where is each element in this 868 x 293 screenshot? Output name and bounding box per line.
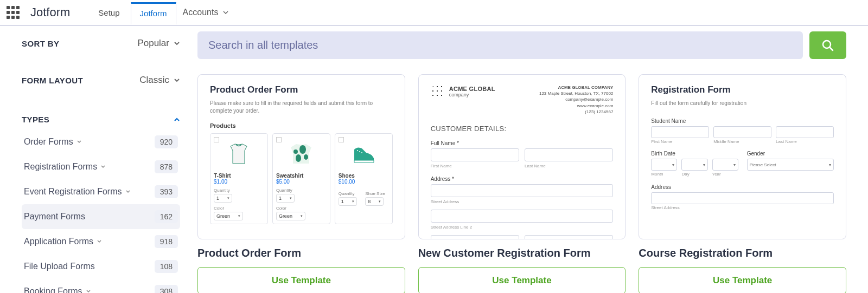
field-label: Quantity <box>276 188 327 193</box>
field-sublabel: Street Address <box>651 205 834 210</box>
section-title: CUSTOMER DETAILS: <box>431 125 614 133</box>
company-contact: ACME GLOBAL COMPANY 123 Maple Street, Ho… <box>539 84 613 115</box>
type-label: Registration Forms <box>24 162 97 172</box>
field-label: Shoe Size <box>365 191 388 196</box>
type-item[interactable]: Booking Forms308 <box>22 279 180 293</box>
tab-jotform[interactable]: Jotform <box>131 2 176 24</box>
search-icon <box>821 39 834 52</box>
apps-grid-icon[interactable] <box>7 6 20 19</box>
type-count: 308 <box>155 285 178 293</box>
sidebar: SORT BY Popular FORM LAYOUT Classic TYPE… <box>22 31 184 293</box>
type-count: 393 <box>155 185 178 198</box>
type-item[interactable]: Order Forms920 <box>22 129 180 154</box>
type-item[interactable]: Event Registration Forms393 <box>22 179 180 204</box>
template-preview[interactable]: Product Order Form Please make sure to f… <box>197 74 405 239</box>
company-sub: company <box>449 92 495 97</box>
quantity-select: 1▾ <box>214 194 232 203</box>
type-label: Payment Forms <box>24 212 85 222</box>
field-sublabel: First Name <box>431 164 519 168</box>
select-box: ▾ <box>651 159 677 171</box>
types-list: Order Forms920Registration Forms878Event… <box>22 129 180 293</box>
svg-point-3 <box>299 145 306 154</box>
checkbox-icon <box>214 137 219 142</box>
svg-point-8 <box>361 152 362 153</box>
type-item[interactable]: File Upload Forms108 <box>22 254 180 279</box>
input-box <box>651 126 709 138</box>
chevron-down-icon <box>100 164 106 170</box>
tab-accounts[interactable]: Accounts <box>178 1 234 24</box>
field-label: Quantity <box>214 188 264 193</box>
field-label: Address * <box>431 176 614 182</box>
tab-accounts-label: Accounts <box>183 8 219 17</box>
field-label: Full Name * <box>431 140 614 146</box>
template-card: Product Order Form Please make sure to f… <box>197 74 405 293</box>
nav-tabs: Setup Jotform Accounts <box>90 1 233 24</box>
input-box <box>651 192 834 204</box>
product-price: $1.00 <box>214 179 264 185</box>
layout-row: FORM LAYOUT Classic <box>22 68 180 92</box>
type-label: Order Forms <box>24 137 73 147</box>
search-row <box>197 31 846 59</box>
quantity-select: 1▾ <box>339 197 357 206</box>
color-select: Green▾ <box>214 212 243 220</box>
template-title: Product Order Form <box>197 247 405 259</box>
product-name: Sweatshirt <box>276 173 327 179</box>
tab-setup[interactable]: Setup <box>90 2 128 24</box>
field-sublabel: Day <box>681 172 707 177</box>
field-label: Color <box>276 206 327 211</box>
template-preview[interactable]: ACME GLOBAL company ACME GLOBAL COMPANY … <box>418 74 626 239</box>
template-preview[interactable]: Registration Form Fill out the form care… <box>639 74 846 239</box>
template-card: Registration Form Fill out the form care… <box>639 74 846 293</box>
use-template-button[interactable]: Use Template <box>639 267 846 293</box>
layout-value: Classic <box>139 75 169 86</box>
use-template-button[interactable]: Use Template <box>197 267 405 293</box>
type-label: Event Registration Forms <box>24 187 122 197</box>
input-box <box>713 126 771 138</box>
layout-label: FORM LAYOUT <box>22 76 83 85</box>
product-item: Shoes $10.00 Quantity 1▾ Shoe Size 8▾ <box>335 133 393 224</box>
type-count: 162 <box>155 210 178 223</box>
type-label: Application Forms <box>24 237 93 246</box>
input-box <box>431 148 519 161</box>
type-item[interactable]: Payment Forms162 <box>22 204 180 229</box>
chevron-down-icon <box>125 189 131 194</box>
chevron-down-icon <box>97 239 102 244</box>
brand-name: Jotform <box>30 5 70 19</box>
svg-line-1 <box>829 47 833 50</box>
field-sublabel: Street Address <box>431 199 614 204</box>
product-item: Sweatshirt $5.00 Quantity 1▾ Color Green… <box>272 133 330 224</box>
search-input[interactable] <box>197 31 803 59</box>
company-header: ACME GLOBAL company ACME GLOBAL COMPANY … <box>431 84 614 115</box>
types-header[interactable]: TYPES <box>22 105 180 129</box>
search-button[interactable] <box>809 31 846 59</box>
field-label: Birth Date <box>651 151 738 157</box>
product-name: T-Shirt <box>214 173 264 179</box>
company-name: ACME GLOBAL <box>449 86 495 92</box>
input-box <box>776 126 834 138</box>
type-item[interactable]: Registration Forms878 <box>22 154 180 179</box>
use-template-button[interactable]: Use Template <box>418 267 626 293</box>
preview-desc: Fill out the form carefully for registra… <box>651 100 834 107</box>
chevron-down-icon <box>174 40 180 47</box>
size-select: 8▾ <box>365 197 384 206</box>
type-count: 918 <box>155 235 178 248</box>
input-box <box>431 210 614 223</box>
field-label: Gender <box>747 151 834 157</box>
layout-select[interactable]: Classic <box>139 75 180 86</box>
chevron-down-icon <box>76 139 82 145</box>
product-price: $10.00 <box>339 179 389 185</box>
field-sublabel: Middle Name <box>713 139 771 144</box>
svg-point-5 <box>304 154 308 160</box>
field-sublabel: Last Name <box>776 139 834 144</box>
type-count: 920 <box>155 135 178 148</box>
type-item[interactable]: Application Forms918 <box>22 229 180 254</box>
chevron-down-icon <box>86 289 91 293</box>
svg-point-2 <box>293 149 298 154</box>
sort-by-select[interactable]: Popular <box>137 38 180 49</box>
type-count: 878 <box>155 160 178 173</box>
template-title: Course Registration Form <box>639 247 846 259</box>
product-price: $5.00 <box>276 179 327 185</box>
svg-point-7 <box>359 151 360 152</box>
product-grid: T-Shirt $1.00 Quantity 1▾ Color Green▾ <box>210 133 393 224</box>
field-label: Color <box>214 206 264 211</box>
